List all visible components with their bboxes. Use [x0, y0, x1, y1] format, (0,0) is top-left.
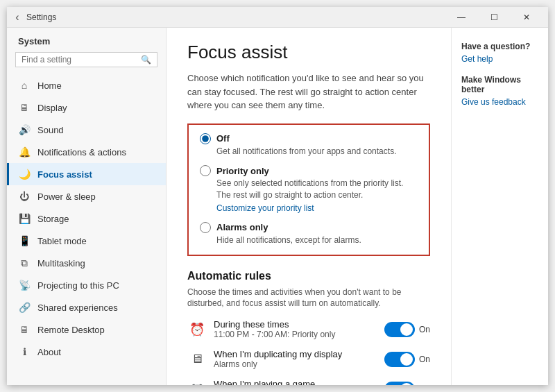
- rule-toggle-display[interactable]: [384, 352, 415, 367]
- radio-off[interactable]: [200, 133, 211, 144]
- sidebar: System 🔍 ⌂ Home 🖥 Display 🔊 Sound 🔔 Noti…: [7, 28, 166, 385]
- radio-option-priority: Priority only See only selected notifica…: [200, 165, 418, 214]
- sidebar-item-focus-assist[interactable]: 🌙 Focus assist: [7, 163, 166, 185]
- intro-text: Choose which notification you'd like to …: [187, 71, 430, 112]
- rule-toggle-label-game: On: [419, 384, 430, 385]
- rule-icon-times: ⏰: [187, 320, 207, 339]
- sidebar-item-sound[interactable]: 🔊 Sound: [7, 119, 166, 141]
- radio-desc-off: Get all notifications from your apps and…: [216, 146, 418, 157]
- nav-label-focus-assist: Focus assist: [37, 169, 92, 180]
- sidebar-item-home[interactable]: ⌂ Home: [7, 74, 166, 96]
- sidebar-item-notifications[interactable]: 🔔 Notifications & actions: [7, 141, 166, 163]
- nav-label-storage: Storage: [37, 214, 69, 224]
- search-box[interactable]: 🔍: [15, 52, 157, 67]
- rule-sub-display: Alarms only: [214, 359, 342, 369]
- help-title: Have a question?: [461, 42, 538, 51]
- nav-icon-shared: 🔗: [18, 301, 31, 314]
- maximize-button[interactable]: ☐: [478, 7, 510, 28]
- titlebar-nav: ‹: [12, 12, 22, 22]
- close-button[interactable]: ✕: [511, 7, 543, 28]
- give-feedback-link[interactable]: Give us feedback: [461, 97, 538, 107]
- back-button[interactable]: ‹: [12, 12, 22, 22]
- radio-desc-alarms: Hide all notifications, except for alarm…: [216, 235, 418, 246]
- nav-label-tablet: Tablet mode: [37, 236, 87, 246]
- rule-left-display: 🖥 When I'm duplicating my display Alarms…: [187, 349, 342, 369]
- rule-left-times: ⏰ During these times 11:00 PM - 7:00 AM:…: [187, 319, 335, 339]
- nav-icon-sound: 🔊: [18, 123, 31, 136]
- right-panel: Have a question? Get help Make Windows b…: [451, 28, 548, 385]
- nav-icon-power: ⏻: [18, 190, 31, 203]
- rule-right-times: On: [384, 322, 430, 337]
- sidebar-item-projecting[interactable]: 📡 Projecting to this PC: [7, 274, 166, 296]
- nav-icon-projecting: 📡: [18, 279, 31, 291]
- sidebar-item-multitasking[interactable]: ⧉ Multitasking: [7, 252, 166, 274]
- nav-icon-home: ⌂: [18, 79, 31, 92]
- rule-name-game: When I'm playing a game: [214, 379, 315, 385]
- rule-text-times: During these times 11:00 PM - 7:00 AM: P…: [214, 319, 335, 339]
- sidebar-item-storage[interactable]: 💾 Storage: [7, 207, 166, 230]
- nav-label-sound: Sound: [37, 125, 64, 135]
- nav-icon-notifications: 🔔: [18, 146, 31, 158]
- nav-label-home: Home: [37, 80, 62, 91]
- sidebar-item-display[interactable]: 🖥 Display: [7, 96, 166, 119]
- sidebar-title: System: [18, 36, 50, 46]
- nav-icon-tablet: 📱: [18, 235, 31, 247]
- radio-title-alarms: Alarms only: [216, 222, 268, 232]
- settings-window: ‹ Settings — ☐ ✕ System 🔍 ⌂ Home 🖥 Displ…: [7, 7, 548, 385]
- sidebar-item-power[interactable]: ⏻ Power & sleep: [7, 185, 166, 207]
- nav-icon-remote: 🖥: [18, 323, 31, 336]
- nav-icon-about: ℹ: [18, 346, 31, 358]
- rule-icon-display: 🖥: [187, 350, 207, 369]
- rule-toggle-label-times: On: [419, 325, 430, 334]
- nav-list: ⌂ Home 🖥 Display 🔊 Sound 🔔 Notifications…: [7, 74, 166, 363]
- nav-icon-storage: 💾: [18, 212, 31, 225]
- auto-rules-title: Automatic rules: [187, 270, 430, 282]
- rule-row-times: ⏰ During these times 11:00 PM - 7:00 AM:…: [187, 319, 430, 339]
- nav-label-notifications: Notifications & actions: [37, 147, 126, 157]
- minimize-button[interactable]: —: [445, 7, 477, 28]
- sidebar-item-remote[interactable]: 🖥 Remote Desktop: [7, 318, 166, 341]
- titlebar-left: ‹ Settings: [12, 12, 56, 22]
- sidebar-item-shared[interactable]: 🔗 Shared experiences: [7, 296, 166, 318]
- customize-priority-link[interactable]: Customize your priority list: [216, 203, 314, 213]
- nav-icon-focus-assist: 🌙: [18, 168, 31, 180]
- rule-name-display: When I'm duplicating my display: [214, 349, 342, 359]
- radio-alarms[interactable]: [200, 222, 211, 233]
- radio-title-priority: Priority only: [216, 166, 269, 176]
- main-panel: Focus assist Choose which notification y…: [166, 28, 451, 385]
- rule-right-game: On: [384, 382, 430, 385]
- radio-option-off: Off Get all notifications from your apps…: [200, 133, 418, 157]
- rule-left-game: 🎮 When I'm playing a game Alarms only: [187, 379, 315, 385]
- search-input[interactable]: [22, 55, 137, 65]
- feedback-section: Make Windows better Give us feedback: [461, 75, 538, 107]
- automatic-rules-section: Automatic rules Choose the times and act…: [187, 270, 430, 385]
- help-section: Have a question? Get help: [461, 42, 538, 64]
- radio-label-priority[interactable]: Priority only: [200, 165, 418, 176]
- nav-label-remote: Remote Desktop: [37, 325, 105, 335]
- rule-name-times: During these times: [214, 319, 335, 330]
- sidebar-item-about[interactable]: ℹ About: [7, 341, 166, 363]
- focus-mode-options: Off Get all notifications from your apps…: [187, 123, 430, 256]
- rule-toggle-times[interactable]: [384, 322, 415, 337]
- sidebar-item-tablet[interactable]: 📱 Tablet mode: [7, 230, 166, 252]
- radio-priority[interactable]: [200, 165, 211, 176]
- radio-desc-priority: See only selected notifications from the…: [216, 178, 418, 201]
- nav-label-power: Power & sleep: [37, 191, 96, 202]
- radio-label-off[interactable]: Off: [200, 133, 418, 144]
- search-icon: 🔍: [141, 55, 151, 65]
- rule-icon-game: 🎮: [187, 380, 207, 385]
- radio-label-alarms[interactable]: Alarms only: [200, 222, 418, 233]
- nav-icon-display: 🖥: [18, 101, 31, 114]
- rule-toggle-game[interactable]: [384, 382, 415, 385]
- radio-option-alarms: Alarms only Hide all notifications, exce…: [200, 222, 418, 246]
- auto-rules-desc: Choose the times and activities when you…: [187, 287, 430, 310]
- rule-row-display: 🖥 When I'm duplicating my display Alarms…: [187, 349, 430, 369]
- content-area: System 🔍 ⌂ Home 🖥 Display 🔊 Sound 🔔 Noti…: [7, 28, 548, 385]
- rule-right-display: On: [384, 352, 430, 367]
- rule-sub-times: 11:00 PM - 7:00 AM: Priority only: [214, 330, 335, 339]
- get-help-link[interactable]: Get help: [461, 54, 538, 64]
- page-title: Focus assist: [187, 42, 430, 63]
- radio-title-off: Off: [216, 133, 230, 144]
- window-controls: — ☐ ✕: [445, 7, 543, 28]
- rules-list: ⏰ During these times 11:00 PM - 7:00 AM:…: [187, 319, 430, 385]
